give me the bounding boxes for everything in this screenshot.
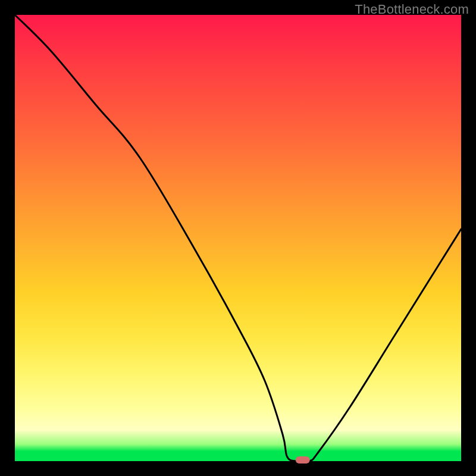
plot-area [15,15,461,461]
bottleneck-curve [15,15,461,462]
chart-stage: TheBottleneck.com [0,0,476,476]
minimum-marker [296,456,310,464]
watermark: TheBottleneck.com [355,2,469,17]
curve-layer [15,15,461,461]
